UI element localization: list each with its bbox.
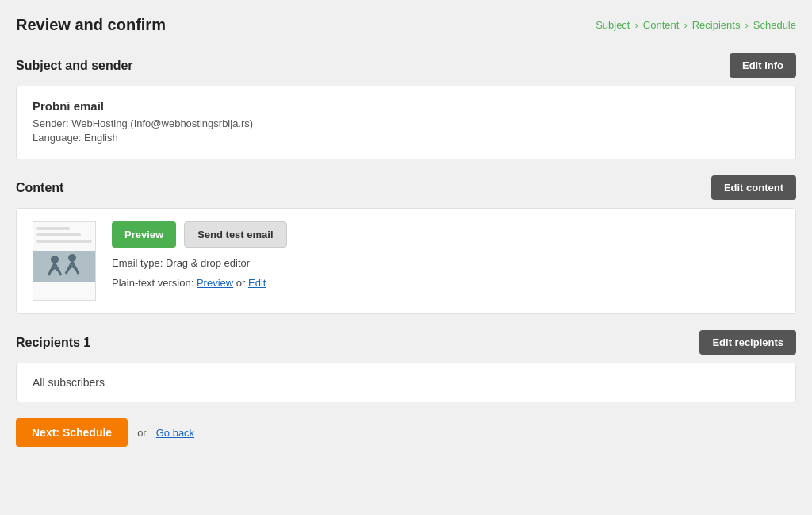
subject-section-title: Subject and sender (16, 59, 133, 73)
plain-text-preview-link[interactable]: Preview (197, 277, 233, 289)
svg-rect-0 (40, 252, 88, 282)
plain-text-or: or (236, 277, 246, 289)
preview-button[interactable]: Preview (112, 221, 176, 248)
svg-point-1 (51, 256, 59, 263)
content-section-title: Content (16, 181, 63, 195)
footer-actions: Next: Schedule or Go back (16, 418, 796, 447)
recipients-value: All subscribers (33, 376, 779, 389)
subject-sender-section: Subject and sender Edit Info Probni emai… (16, 53, 796, 159)
breadcrumb-sep-1: › (635, 19, 638, 31)
content-actions: Preview Send test email Email type: Drag… (112, 221, 287, 289)
plain-text-prefix: Plain-text version: (112, 277, 193, 289)
subject-section-body: Probni email Sender: WebHosting (Info@we… (16, 86, 796, 159)
svg-point-6 (68, 254, 76, 262)
recipients-section: Recipients 1 Edit recipients All subscri… (16, 330, 796, 402)
recipients-section-title: Recipients 1 (16, 336, 90, 350)
edit-content-button[interactable]: Edit content (711, 175, 796, 200)
language-label: Language: English (33, 132, 779, 144)
breadcrumb-sep-3: › (745, 19, 748, 31)
breadcrumb-subject: Subject (596, 19, 630, 31)
page-title: Review and confirm (16, 16, 166, 34)
email-thumbnail (33, 221, 96, 301)
send-test-email-button[interactable]: Send test email (184, 221, 286, 248)
plain-text-edit-link[interactable]: Edit (248, 277, 266, 289)
breadcrumb-content: Content (643, 19, 680, 31)
breadcrumb-schedule: Schedule (753, 19, 796, 31)
thumbnail-image (40, 252, 88, 282)
plain-text-line: Plain-text version: Preview or Edit (112, 277, 287, 289)
go-back-link[interactable]: Go back (156, 427, 194, 439)
edit-recipients-button[interactable]: Edit recipients (699, 330, 796, 355)
next-schedule-button[interactable]: Next: Schedule (16, 418, 128, 447)
breadcrumb-recipients: Recipients (692, 19, 741, 31)
sender-label: Sender: WebHosting (Info@webhostingsrbij… (33, 117, 779, 129)
recipients-section-body: All subscribers (16, 363, 796, 402)
breadcrumb: Subject › Content › Recipients › Schedul… (596, 19, 796, 31)
email-subject: Probni email (33, 99, 779, 113)
breadcrumb-sep-2: › (684, 19, 687, 31)
content-section-body: Preview Send test email Email type: Drag… (16, 208, 796, 314)
footer-or-text: or (137, 427, 147, 439)
edit-info-button[interactable]: Edit Info (730, 53, 796, 78)
email-type-label: Email type: Drag & drop editor (112, 257, 287, 269)
content-section: Content Edit content (16, 175, 796, 314)
